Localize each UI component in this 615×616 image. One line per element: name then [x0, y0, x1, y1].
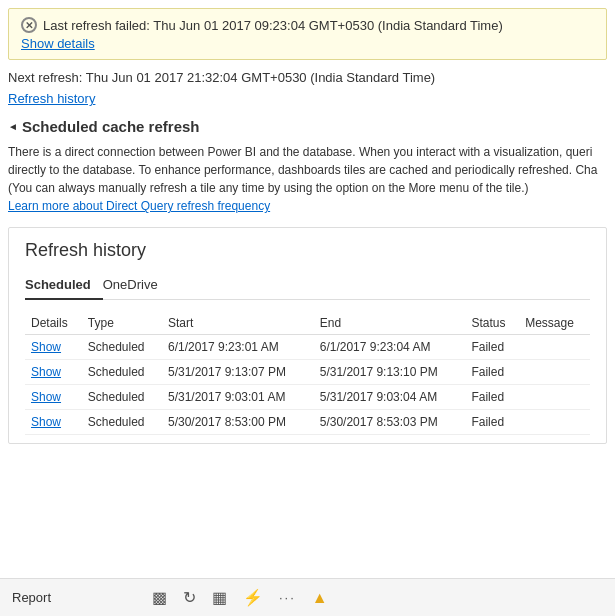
- row-details-2: Show: [25, 385, 82, 410]
- next-refresh-info: Next refresh: Thu Jun 01 2017 21:32:04 G…: [0, 66, 615, 89]
- table-icon[interactable]: ▦: [212, 588, 227, 607]
- warning-text: Last refresh failed: Thu Jun 01 2017 09:…: [43, 18, 503, 33]
- row-message-2: [519, 385, 590, 410]
- row-end-1: 5/31/2017 9:13:10 PM: [314, 360, 466, 385]
- refresh-table: Details Type Start End Status Message Sh…: [25, 312, 590, 435]
- tab-scheduled-label: Scheduled: [25, 277, 91, 292]
- section-title: Scheduled cache refresh: [22, 118, 200, 135]
- share-icon[interactable]: ⚡: [243, 588, 263, 607]
- col-start: Start: [162, 312, 314, 335]
- refresh-card: Refresh history Scheduled OneDrive Detai…: [8, 227, 607, 444]
- show-link-3[interactable]: Show: [31, 415, 61, 429]
- show-link-2[interactable]: Show: [31, 390, 61, 404]
- row-details-3: Show: [25, 410, 82, 435]
- row-details-1: Show: [25, 360, 82, 385]
- bar-chart-icon[interactable]: ▩: [152, 588, 167, 607]
- warning-triangle-icon[interactable]: ▲: [312, 589, 328, 607]
- row-type-2: Scheduled: [82, 385, 162, 410]
- refresh-card-title: Refresh history: [25, 240, 590, 261]
- show-link-0[interactable]: Show: [31, 340, 61, 354]
- row-end-0: 6/1/2017 9:23:04 AM: [314, 335, 466, 360]
- tabs-container: Scheduled OneDrive: [25, 271, 590, 300]
- tab-onedrive[interactable]: OneDrive: [103, 271, 170, 300]
- row-start-3: 5/30/2017 8:53:00 PM: [162, 410, 314, 435]
- table-header-row: Details Type Start End Status Message: [25, 312, 590, 335]
- row-message-3: [519, 410, 590, 435]
- row-start-0: 6/1/2017 9:23:01 AM: [162, 335, 314, 360]
- row-status-1: Failed: [465, 360, 519, 385]
- row-status-3: Failed: [465, 410, 519, 435]
- row-start-1: 5/31/2017 9:13:07 PM: [162, 360, 314, 385]
- section-heading: ◄ Scheduled cache refresh: [0, 112, 615, 139]
- col-message: Message: [519, 312, 590, 335]
- more-options-icon[interactable]: ···: [279, 590, 296, 605]
- row-message-1: [519, 360, 590, 385]
- row-start-2: 5/31/2017 9:03:01 AM: [162, 385, 314, 410]
- show-link-1[interactable]: Show: [31, 365, 61, 379]
- col-details: Details: [25, 312, 82, 335]
- row-message-0: [519, 335, 590, 360]
- col-end: End: [314, 312, 466, 335]
- bottom-bar: Report ▩ ↻ ▦ ⚡ ··· ▲: [0, 578, 615, 616]
- next-refresh-label: Next refresh: Thu Jun 01 2017 21:32:04 G…: [8, 70, 435, 85]
- warning-header: ✕ Last refresh failed: Thu Jun 01 2017 0…: [21, 17, 594, 33]
- description-text: There is a direct connection between Pow…: [8, 145, 597, 195]
- tab-scheduled[interactable]: Scheduled: [25, 271, 103, 300]
- table-row: Show Scheduled 5/30/2017 8:53:00 PM 5/30…: [25, 410, 590, 435]
- table-row: Show Scheduled 6/1/2017 9:23:01 AM 6/1/2…: [25, 335, 590, 360]
- chevron-icon: ◄: [8, 121, 18, 132]
- refresh-history-link[interactable]: Refresh history: [8, 91, 95, 106]
- learn-more-link[interactable]: Learn more about Direct Query refresh fr…: [8, 199, 270, 213]
- row-end-3: 5/30/2017 8:53:03 PM: [314, 410, 466, 435]
- row-details-0: Show: [25, 335, 82, 360]
- bottom-bar-label: Report: [12, 590, 92, 605]
- tab-onedrive-label: OneDrive: [103, 277, 158, 292]
- row-status-0: Failed: [465, 335, 519, 360]
- row-type-0: Scheduled: [82, 335, 162, 360]
- refresh-history-link-container: Refresh history: [0, 89, 615, 112]
- bottom-bar-icons: ▩ ↻ ▦ ⚡ ··· ▲: [152, 588, 328, 607]
- col-type: Type: [82, 312, 162, 335]
- table-row: Show Scheduled 5/31/2017 9:03:01 AM 5/31…: [25, 385, 590, 410]
- row-type-1: Scheduled: [82, 360, 162, 385]
- row-end-2: 5/31/2017 9:03:04 AM: [314, 385, 466, 410]
- row-status-2: Failed: [465, 385, 519, 410]
- refresh-icon[interactable]: ↻: [183, 588, 196, 607]
- table-row: Show Scheduled 5/31/2017 9:13:07 PM 5/31…: [25, 360, 590, 385]
- warning-circle-icon: ✕: [21, 17, 37, 33]
- show-details-link[interactable]: Show details: [21, 36, 594, 51]
- warning-banner: ✕ Last refresh failed: Thu Jun 01 2017 0…: [8, 8, 607, 60]
- col-status: Status: [465, 312, 519, 335]
- description-block: There is a direct connection between Pow…: [0, 139, 615, 219]
- row-type-3: Scheduled: [82, 410, 162, 435]
